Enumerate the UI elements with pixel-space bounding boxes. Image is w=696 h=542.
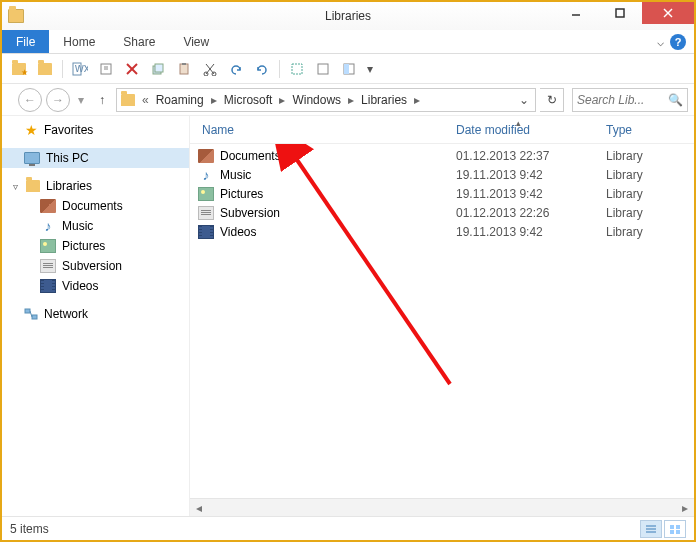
- details-view-button[interactable]: [640, 520, 662, 538]
- crumb-windows[interactable]: Windows: [290, 93, 343, 107]
- documents-icon: [40, 199, 56, 213]
- sidebar-item-subversion[interactable]: Subversion: [2, 256, 189, 276]
- open-folder-button[interactable]: [34, 58, 56, 80]
- col-name[interactable]: Name: [190, 123, 444, 137]
- minimize-button[interactable]: [554, 2, 598, 24]
- tab-view[interactable]: View: [169, 30, 223, 53]
- search-box[interactable]: 🔍: [572, 88, 688, 112]
- forward-button[interactable]: →: [46, 88, 70, 112]
- selectall-button[interactable]: [286, 58, 308, 80]
- copy-button[interactable]: [147, 58, 169, 80]
- crumb-microsoft[interactable]: Microsoft: [222, 93, 275, 107]
- address-dropdown-icon[interactable]: ⌄: [517, 93, 531, 107]
- address-bar[interactable]: « Roaming ▸ Microsoft ▸ Windows ▸ Librar…: [116, 88, 536, 112]
- svg-rect-23: [25, 309, 30, 313]
- sidebar-item-label: Videos: [62, 279, 98, 293]
- svg-rect-31: [676, 525, 680, 529]
- col-type[interactable]: Type: [594, 123, 694, 137]
- chevron-right-icon[interactable]: ▸: [411, 93, 423, 107]
- documents-icon: [198, 149, 214, 163]
- properties-button[interactable]: [95, 58, 117, 80]
- sidebar-item-label: Pictures: [62, 239, 105, 253]
- svg-rect-14: [182, 63, 186, 65]
- ribbon-right: ⌵ ?: [657, 30, 694, 53]
- title-bar: Libraries: [2, 2, 694, 30]
- ribbon-collapse-icon[interactable]: ⌵: [657, 35, 664, 49]
- svg-rect-24: [32, 315, 37, 319]
- search-icon: 🔍: [668, 93, 683, 107]
- file-rows[interactable]: Documents01.12.2013 22:37Library♪Music19…: [190, 144, 694, 498]
- invertsel-button[interactable]: [338, 58, 360, 80]
- sidebar-network[interactable]: Network: [2, 304, 189, 324]
- rename-button[interactable]: wx: [69, 58, 91, 80]
- sidebar-item-label: This PC: [46, 151, 89, 165]
- table-row[interactable]: Videos19.11.2013 9:42Library: [190, 222, 694, 241]
- expand-icon[interactable]: ▿: [10, 181, 20, 192]
- chevron-right-icon[interactable]: ▸: [276, 93, 288, 107]
- file-name: Pictures: [220, 187, 263, 201]
- help-button[interactable]: ?: [670, 34, 686, 50]
- new-folder-button[interactable]: [8, 58, 30, 80]
- up-button[interactable]: ↑: [92, 90, 112, 110]
- maximize-button[interactable]: [598, 2, 642, 24]
- navigation-pane[interactable]: ★ Favorites This PC ▿ Libraries Document…: [2, 116, 190, 516]
- tab-home[interactable]: Home: [49, 30, 109, 53]
- table-row[interactable]: Pictures19.11.2013 9:42Library: [190, 184, 694, 203]
- explorer-window: Libraries File Home Share View ⌵ ? wx: [0, 0, 696, 542]
- file-type: Library: [594, 187, 694, 201]
- scroll-left-icon[interactable]: ◂: [190, 500, 208, 516]
- back-button[interactable]: ←: [18, 88, 42, 112]
- quick-access-toolbar: wx ▾: [2, 54, 694, 84]
- close-button[interactable]: [642, 2, 694, 24]
- chevron-right-icon[interactable]: ▸: [208, 93, 220, 107]
- nav-bar: ← → ▾ ↑ « Roaming ▸ Microsoft ▸ Windows …: [2, 84, 694, 116]
- undo-button[interactable]: [225, 58, 247, 80]
- svg-rect-33: [676, 530, 680, 534]
- icons-view-button[interactable]: [664, 520, 686, 538]
- ribbon: File Home Share View ⌵ ?: [2, 30, 694, 54]
- scroll-right-icon[interactable]: ▸: [676, 500, 694, 516]
- sidebar-item-pictures[interactable]: Pictures: [2, 236, 189, 256]
- svg-rect-13: [180, 64, 188, 74]
- file-type: Library: [594, 206, 694, 220]
- search-input[interactable]: [577, 93, 657, 107]
- tab-share[interactable]: Share: [109, 30, 169, 53]
- sidebar-item-label: Favorites: [44, 123, 93, 137]
- sidebar-libraries[interactable]: ▿ Libraries: [2, 176, 189, 196]
- file-date: 01.12.2013 22:26: [444, 206, 594, 220]
- selectnone-button[interactable]: [312, 58, 334, 80]
- crumb-roaming[interactable]: Roaming: [154, 93, 206, 107]
- videos-icon: [198, 225, 214, 239]
- paste-button[interactable]: [173, 58, 195, 80]
- crumb-libraries[interactable]: Libraries: [359, 93, 409, 107]
- sidebar-item-music[interactable]: ♪Music: [2, 216, 189, 236]
- qat-overflow-button[interactable]: ▾: [364, 58, 376, 80]
- music-icon: ♪: [198, 168, 214, 182]
- table-row[interactable]: Documents01.12.2013 22:37Library: [190, 146, 694, 165]
- window-title: Libraries: [325, 9, 371, 23]
- chevron-right-icon[interactable]: ▸: [345, 93, 357, 107]
- refresh-button[interactable]: ↻: [540, 88, 564, 112]
- redo-button[interactable]: [251, 58, 273, 80]
- horizontal-scrollbar[interactable]: ◂ ▸: [190, 498, 694, 516]
- file-date: 19.11.2013 9:42: [444, 168, 594, 182]
- folder-icon: [121, 94, 135, 106]
- file-date: 19.11.2013 9:42: [444, 225, 594, 239]
- table-row[interactable]: ♪Music19.11.2013 9:42Library: [190, 165, 694, 184]
- table-row[interactable]: Subversion01.12.2013 22:26Library: [190, 203, 694, 222]
- sidebar-item-documents[interactable]: Documents: [2, 196, 189, 216]
- sidebar-thispc[interactable]: This PC: [2, 148, 189, 168]
- status-bar: 5 items: [2, 516, 694, 540]
- cut-button[interactable]: [199, 58, 221, 80]
- column-headers: Name ▴ Date modified Type: [190, 116, 694, 144]
- sidebar-item-label: Music: [62, 219, 93, 233]
- recent-locations-button[interactable]: ▾: [74, 88, 88, 112]
- file-tab[interactable]: File: [2, 30, 49, 53]
- network-icon: [24, 308, 38, 320]
- sidebar-favorites[interactable]: ★ Favorites: [2, 120, 189, 140]
- svg-rect-22: [344, 64, 349, 74]
- delete-button[interactable]: [121, 58, 143, 80]
- sidebar-item-videos[interactable]: Videos: [2, 276, 189, 296]
- svg-rect-19: [292, 64, 302, 74]
- view-buttons: [640, 520, 686, 538]
